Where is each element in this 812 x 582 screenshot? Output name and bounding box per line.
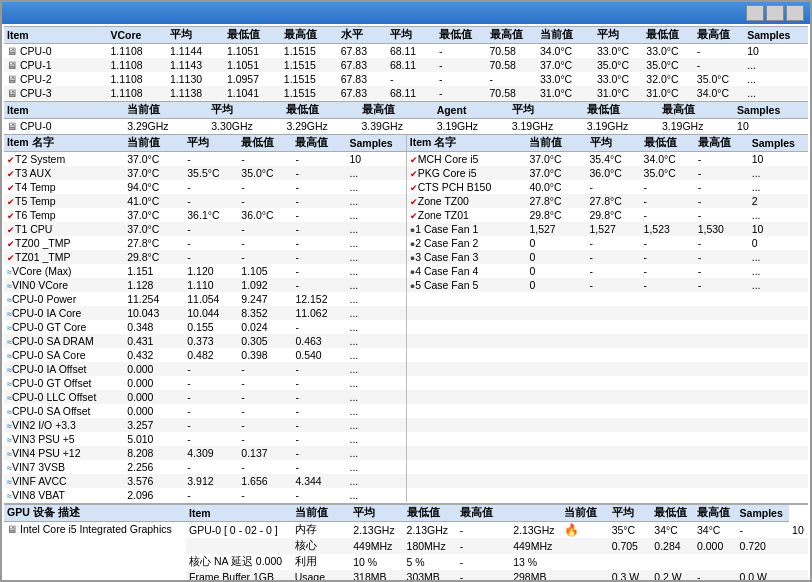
col-samples: Samples: [744, 27, 808, 44]
col-avg2: 平均: [387, 27, 436, 44]
gpu-col-max: 最高值: [457, 504, 510, 522]
cpu-freq-body: 🖥CPU-03.29GHz3.30GHz3.29GHz3.39GHz3.19GH…: [4, 119, 808, 134]
list-item: ≈CPU-0 GT Core0.3480.1550.024-...: [4, 320, 808, 334]
col-avg1: 平均: [167, 27, 224, 44]
list-item: 🖥Intel Core i5 Integrated GraphicsGPU-0 …: [4, 522, 808, 539]
items-col-cur2: 当前值: [526, 135, 586, 152]
list-item: ≈VIN7 3VSB2.256---...: [4, 460, 808, 474]
col-avg3: 平均: [594, 27, 643, 44]
list-item: ≈CPU-0 IA Offset0.000---...: [4, 362, 808, 376]
list-item: ≈CPU-0 SA Core0.4320.4820.3980.540...: [4, 348, 808, 362]
items-col-min: 最低值: [238, 135, 292, 152]
items-col-max: 最高值: [292, 135, 346, 152]
content-area: Item VCore 平均 最低值 最高值 水平 平均 最低值 最高值 当前值 …: [2, 24, 810, 580]
gpu-col-desc: GPU 设备 描述: [4, 504, 186, 522]
items-header-row: Item 名字 当前值 平均 最低值 最高值 Samples Item 名字 当…: [4, 135, 808, 152]
items-col-cur: 当前值: [124, 135, 184, 152]
freq-col-max: 最高值: [359, 102, 434, 119]
cpu-main-table: Item VCore 平均 最低值 最高值 水平 平均 最低值 最高值 当前值 …: [4, 26, 808, 100]
col-max3: 最高值: [694, 27, 744, 44]
items-col-avg: 平均: [184, 135, 238, 152]
list-item: ≈VIN4 PSU +128.2084.3090.137-...: [4, 446, 808, 460]
list-item: ≈VIN2 I/O +3.33.257---...: [4, 418, 808, 432]
gpu-col-max2: 最高值: [694, 504, 737, 522]
freq-col-cur: 当前值: [124, 102, 208, 119]
col-max1: 最高值: [281, 27, 338, 44]
gpu-col-item: Item: [186, 504, 292, 522]
cpu-freq-header: Item 当前值 平均 最低值 最高值 Agent 平均 最低值 最高值 Sam…: [4, 102, 808, 119]
items-col-name2: Item 名字: [406, 135, 526, 152]
gpu-col-avg2: 平均: [609, 504, 652, 522]
col-min2: 最低值: [436, 27, 486, 44]
list-item: ≈VINF AVCC3.5763.9121.6564.344...: [4, 474, 808, 488]
freq-col-item: Item: [4, 102, 124, 119]
table-row: 🖥CPU-31.11081.11381.10411.151567.8368.11…: [4, 86, 808, 100]
items-col-avg2: 平均: [587, 135, 641, 152]
col-level: 水平: [338, 27, 387, 44]
items-col-samples2: Samples: [749, 135, 808, 152]
list-item: ≈CPU-0 SA DRAM0.4310.3730.3050.463...: [4, 334, 808, 348]
list-item: ✔T2 System37.0°C---10✔MCH Core i537.0°C3…: [4, 152, 808, 167]
list-item: ✔T3 AUX37.0°C35.5°C35.0°C-...✔PKG Core i…: [4, 166, 808, 180]
items-split-body: ✔T2 System37.0°C---10✔MCH Core i537.0°C3…: [4, 152, 808, 503]
list-item: ≈CPU-0 LLC Offset0.000---...: [4, 390, 808, 404]
freq-col-samples: Samples: [734, 102, 808, 119]
close-button[interactable]: [786, 5, 804, 21]
list-item: ≈CPU-0 GT Offset0.000---...: [4, 376, 808, 390]
freq-col-avg2: 平均: [509, 102, 584, 119]
col-vcore: VCore: [108, 27, 168, 44]
list-item: ✔TZ01 _TMP29.8°C---...●3 Case Fan 30---.…: [4, 250, 808, 264]
main-window: Item VCore 平均 最低值 最高值 水平 平均 最低值 最高值 当前值 …: [0, 0, 812, 582]
cpu-freq-table: Item 当前值 平均 最低值 最高值 Agent 平均 最低值 最高值 Sam…: [4, 101, 808, 133]
freq-col-avg: 平均: [208, 102, 283, 119]
gpu-col-cur2: 当前值: [561, 504, 609, 522]
table-row: 🖥CPU-11.11081.11431.10511.151567.8368.11…: [4, 58, 808, 72]
col-min3: 最低值: [643, 27, 693, 44]
list-item: ✔T1 CPU37.0°C---...●1 Case Fan 11,5271,5…: [4, 222, 808, 236]
table-row: 🖥CPU-01.11081.11441.10511.151567.8368.11…: [4, 44, 808, 59]
list-item: ✔T6 Temp37.0°C36.1°C36.0°C-...✔Zone TZ01…: [4, 208, 808, 222]
col-min1: 最低值: [224, 27, 281, 44]
table-row: 🖥CPU-03.29GHz3.30GHz3.29GHz3.39GHz3.19GH…: [4, 119, 808, 134]
freq-col-agent: Agent: [434, 102, 509, 119]
col-max2: 最高值: [487, 27, 537, 44]
title-bar: [2, 2, 810, 24]
items-split-header-table: Item 名字 当前值 平均 最低值 最高值 Samples Item 名字 当…: [4, 134, 808, 502]
list-item: ≈VCore (Max)1.1511.1201.105-...●4 Case F…: [4, 264, 808, 278]
gpu-col-min2: 最低值: [651, 504, 694, 522]
col-item: Item: [4, 27, 108, 44]
gpu-body: 🖥Intel Core i5 Integrated GraphicsGPU-0 …: [4, 522, 808, 581]
items-col-min2: 最低值: [641, 135, 695, 152]
table-row: 🖥CPU-21.11081.11301.09571.151567.83---33…: [4, 72, 808, 86]
gpu-header-row: GPU 设备 描述 Item 当前值 平均 最低值 最高值 当前值 平均 最低值…: [4, 504, 808, 522]
list-item: ✔T5 Temp41.0°C---...✔Zone TZ0027.8°C27.8…: [4, 194, 808, 208]
gpu-col-avg: 平均: [350, 504, 403, 522]
minimize-button[interactable]: [746, 5, 764, 21]
window-controls: [746, 5, 804, 21]
main-scroll-area[interactable]: Item VCore 平均 最低值 最高值 水平 平均 最低值 最高值 当前值 …: [2, 24, 810, 580]
cpu-main-body: 🖥CPU-01.11081.11441.10511.151567.8368.11…: [4, 44, 808, 101]
freq-col-max2: 最高值: [659, 102, 734, 119]
list-item: ≈CPU-0 Power11.25411.0549.24712.152...: [4, 292, 808, 306]
list-item: ≈CPU-0 IA Core10.04310.0448.35211.062...: [4, 306, 808, 320]
gpu-col-samples: Samples: [737, 504, 789, 522]
gpu-col-min: 最低值: [404, 504, 457, 522]
maximize-button[interactable]: [766, 5, 784, 21]
list-item: ✔TZ00 _TMP27.8°C---...●2 Case Fan 20---0: [4, 236, 808, 250]
cpu-header-row: Item VCore 平均 最低值 最高值 水平 平均 最低值 最高值 当前值 …: [4, 27, 808, 44]
items-col-samples: Samples: [347, 135, 407, 152]
list-item: ≈VIN8 VBAT2.096---...: [4, 488, 808, 502]
col-current: 当前值: [537, 27, 594, 44]
list-item: ≈VIN0 VCore1.1281.1101.092-...●5 Case Fa…: [4, 278, 808, 292]
gpu-col-cur: 当前值: [292, 504, 351, 522]
gpu-col-icon: [510, 504, 561, 522]
freq-col-min: 最低值: [283, 102, 358, 119]
items-col-max2: 最高值: [695, 135, 749, 152]
items-col-name: Item 名字: [4, 135, 124, 152]
list-item: ≈VIN3 PSU +55.010---...: [4, 432, 808, 446]
list-item: ✔T4 Temp94.0°C---...✔CTS PCH B15040.0°C-…: [4, 180, 808, 194]
freq-col-min2: 最低值: [584, 102, 659, 119]
gpu-table: GPU 设备 描述 Item 当前值 平均 最低值 最高值 当前值 平均 最低值…: [4, 503, 808, 580]
list-item: ≈CPU-0 SA Offset0.000---...: [4, 404, 808, 418]
